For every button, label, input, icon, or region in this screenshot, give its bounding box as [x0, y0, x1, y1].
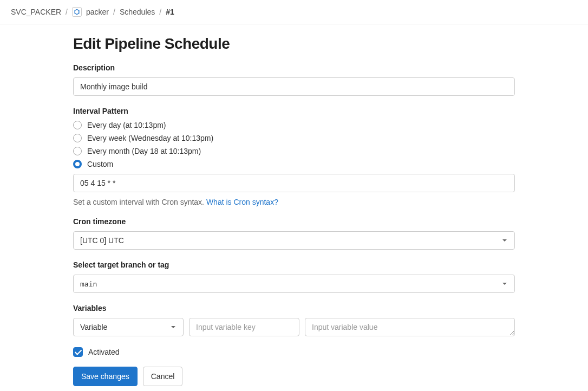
description-label: Description: [73, 63, 515, 72]
interval-label: Interval Pattern: [73, 107, 515, 115]
timezone-group: Cron timezone [UTC 0] UTC: [73, 217, 515, 250]
breadcrumb-root[interactable]: SVC_PACKER: [11, 8, 61, 16]
breadcrumb: SVC_PACKER / packer / Schedules / #1: [0, 0, 588, 24]
breadcrumb-section[interactable]: Schedules: [120, 8, 155, 16]
project-icon: [72, 7, 82, 17]
interval-radio-day-label: Every day (at 10:13pm): [87, 121, 166, 129]
timezone-select[interactable]: [UTC 0] UTC: [73, 231, 515, 250]
interval-radio-week-label: Every week (Wednesday at 10:13pm): [87, 134, 213, 142]
cron-help-text: Set a custom interval with Cron syntax. …: [73, 198, 515, 206]
cron-custom-input[interactable]: [73, 174, 515, 192]
activated-checkbox[interactable]: [73, 347, 83, 357]
target-label: Select target branch or tag: [73, 260, 515, 269]
target-select[interactable]: main: [73, 275, 515, 293]
variable-value-input[interactable]: [305, 318, 515, 336]
interval-radio-group: Every day (at 10:13pm) Every week (Wedne…: [73, 121, 515, 168]
description-input[interactable]: [73, 77, 515, 96]
description-group: Description: [73, 63, 515, 96]
interval-radio-custom[interactable]: Custom: [73, 160, 515, 168]
cron-help-link[interactable]: What is Cron syntax?: [206, 198, 278, 206]
breadcrumb-separator: /: [113, 8, 115, 16]
interval-radio-custom-label: Custom: [87, 160, 113, 168]
breadcrumb-current: #1: [166, 8, 174, 16]
activated-label: Activated: [88, 348, 120, 356]
page-title: Edit Pipeline Schedule: [73, 35, 515, 53]
variables-label: Variables: [73, 304, 515, 312]
interval-radio-custom-input[interactable]: [73, 160, 82, 168]
timezone-label: Cron timezone: [73, 217, 515, 226]
cancel-button[interactable]: Cancel: [143, 367, 183, 386]
form-container: Edit Pipeline Schedule Description Inter…: [73, 24, 515, 391]
target-group: Select target branch or tag main: [73, 260, 515, 293]
interval-radio-month-label: Every month (Day 18 at 10:13pm): [87, 147, 201, 155]
interval-radio-week-input[interactable]: [73, 134, 82, 142]
button-row: Save changes Cancel: [73, 367, 515, 386]
breadcrumb-project[interactable]: packer: [86, 8, 109, 16]
variable-type-select[interactable]: Variable: [73, 318, 184, 336]
interval-radio-week[interactable]: Every week (Wednesday at 10:13pm): [73, 134, 515, 142]
breadcrumb-separator: /: [159, 8, 161, 16]
breadcrumb-separator: /: [66, 8, 68, 16]
interval-radio-day-input[interactable]: [73, 121, 82, 129]
save-button[interactable]: Save changes: [73, 367, 138, 386]
variables-row: Variable: [73, 318, 515, 336]
activated-row[interactable]: Activated: [73, 347, 515, 357]
interval-radio-day[interactable]: Every day (at 10:13pm): [73, 121, 515, 129]
variable-key-input[interactable]: [189, 318, 299, 336]
interval-radio-month[interactable]: Every month (Day 18 at 10:13pm): [73, 147, 515, 155]
interval-group: Interval Pattern Every day (at 10:13pm) …: [73, 107, 515, 206]
variables-group: Variables Variable: [73, 304, 515, 336]
interval-radio-month-input[interactable]: [73, 147, 82, 155]
